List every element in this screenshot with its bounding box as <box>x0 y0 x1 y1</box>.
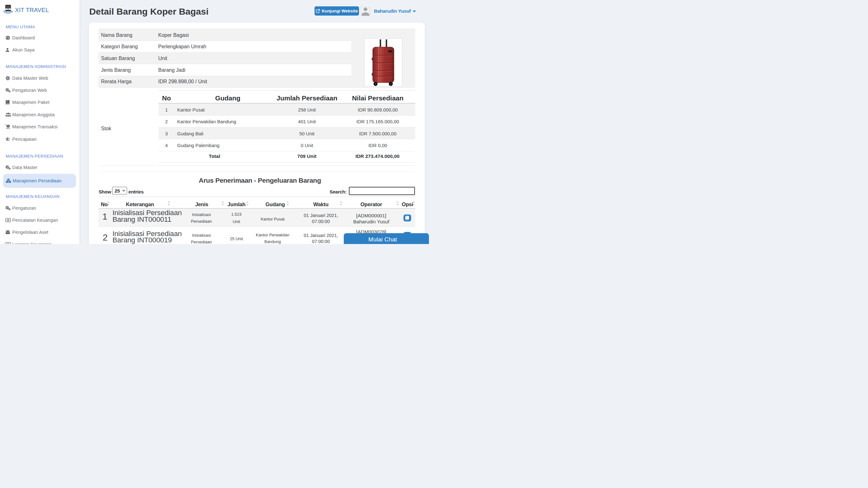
svg-text:1: 1 <box>8 219 8 221</box>
